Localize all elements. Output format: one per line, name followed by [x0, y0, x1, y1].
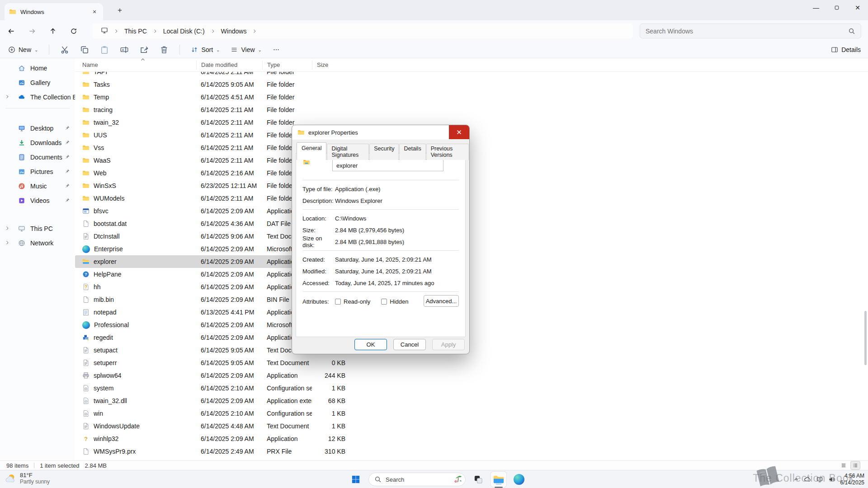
volume-tray-icon[interactable] — [828, 476, 835, 483]
back-button[interactable] — [5, 25, 17, 37]
list-view-toggle[interactable] — [839, 461, 848, 469]
search-box[interactable] — [640, 23, 861, 38]
file-name: WaaS — [94, 157, 111, 164]
file-date-modified: 6/14/2025 9:05 AM — [196, 359, 262, 366]
listview-icon — [841, 463, 846, 468]
sidebar-item-the-collection-boo[interactable]: The Collection Boo — [0, 90, 75, 104]
sidebar-item-desktop[interactable]: Desktop — [0, 121, 75, 136]
file-name: DtcInstall — [94, 233, 120, 240]
edge-icon — [82, 321, 90, 329]
start-button[interactable] — [348, 472, 363, 487]
file-date-modified: 6/14/2025 2:09 AM — [196, 435, 262, 442]
file-row-win[interactable]: win6/14/2025 2:10 AMConfiguration sett..… — [75, 407, 352, 420]
column-header-date-modified[interactable]: Date modified — [196, 61, 262, 70]
new-button[interactable]: New ⌄ — [8, 46, 38, 53]
edge-taskbar-button[interactable] — [511, 472, 527, 487]
cancel-button[interactable]: Cancel — [393, 339, 426, 350]
file-row-winhlp32[interactable]: ?winhlp326/14/2025 2:09 AMApplication12 … — [75, 432, 352, 445]
file-row-temp[interactable]: Temp6/14/2025 4:51 AMFile folder — [75, 91, 352, 103]
file-row-tasks[interactable]: Tasks6/14/2025 9:05 AMFile folder — [75, 78, 352, 91]
column-header-size[interactable]: Size — [312, 61, 348, 70]
file-row-twain-32-dll[interactable]: twain_32.dll6/14/2025 2:09 AMApplication… — [75, 394, 352, 407]
taskbar-search[interactable]: Search — [368, 473, 466, 486]
dialog-tab-general[interactable]: General — [297, 142, 326, 160]
cut-button[interactable] — [60, 45, 69, 54]
paste-button[interactable] — [100, 45, 109, 54]
file-name-input[interactable] — [332, 160, 443, 171]
checkbox-read-only[interactable]: Read-only — [335, 298, 370, 305]
checkbox-box[interactable] — [335, 299, 341, 305]
ok-button[interactable]: OK — [354, 339, 387, 350]
sidebar-item-network[interactable]: Network — [0, 236, 75, 250]
file-row-setuperr[interactable]: setuperr6/14/2025 9:05 AMText Document0 … — [75, 357, 352, 369]
refresh-button[interactable] — [68, 25, 80, 37]
delete-button[interactable] — [160, 45, 169, 54]
sidebar-item-downloads[interactable]: Downloads — [0, 136, 75, 150]
sidebar-item-pictures[interactable]: Pictures — [0, 164, 75, 179]
checkbox-hidden[interactable]: Hidden — [381, 298, 408, 305]
hidden-icons-button[interactable] — [793, 477, 799, 482]
taskbar-clock[interactable]: 4:56 AM 6/14/2025 — [840, 473, 864, 486]
new-tab-button[interactable]: + — [114, 5, 126, 16]
copy-button[interactable] — [80, 45, 89, 54]
details-view-toggle[interactable] — [851, 461, 860, 469]
sidebar-item-music[interactable]: Music — [0, 179, 75, 193]
sidebar-item-documents[interactable]: Documents — [0, 150, 75, 164]
forward-button[interactable] — [26, 25, 38, 37]
chevron-right-icon[interactable] — [5, 225, 10, 231]
file-date-modified: 6/14/2025 2:09 AM — [196, 334, 262, 341]
taskview-app-button[interactable] — [471, 472, 486, 487]
tab-close-icon[interactable]: × — [90, 8, 99, 15]
sort-button[interactable]: Sort ⌄ — [191, 46, 220, 53]
onedrive-tray-icon[interactable] — [804, 476, 811, 483]
explorer-tab-windows[interactable]: Windows × — [5, 3, 103, 20]
widgets-weather-button[interactable]: 81°F Partly sunny — [5, 472, 50, 485]
breadcrumb-item-local-disk-c[interactable]: Local Disk (C:) — [160, 26, 208, 36]
up-button[interactable] — [47, 25, 59, 37]
view-button[interactable]: View ⌄ — [231, 46, 261, 53]
close-button[interactable]: ✕ — [847, 0, 868, 15]
chevron-right-icon[interactable] — [5, 240, 10, 245]
breadcrumb-item-windows[interactable]: Windows — [217, 26, 250, 36]
file-row-wmsyspr9-prx[interactable]: WMSysPr9.prx6/14/2025 2:49 AMPRX File310… — [75, 445, 352, 458]
text-icon — [82, 233, 90, 240]
search-input[interactable] — [646, 28, 848, 35]
file-name: HelpPane — [94, 271, 122, 278]
breadcrumb-item-this-pc[interactable]: This PC — [121, 26, 151, 36]
sidebar-item-this-pc[interactable]: This PC — [0, 221, 75, 236]
file-explorer-taskbar-button[interactable] — [491, 472, 506, 487]
field-label: Modified: — [302, 268, 335, 275]
column-header-name[interactable]: Name — [82, 61, 196, 68]
checkbox-box[interactable] — [381, 299, 387, 305]
minimize-button[interactable]: — — [806, 0, 826, 15]
advanced-button[interactable]: Advanced... — [424, 295, 459, 307]
sidebar-item-gallery[interactable]: Gallery — [0, 75, 75, 90]
file-row-system[interactable]: system6/14/2025 2:10 AMConfiguration set… — [75, 382, 352, 394]
sidebar-item-home[interactable]: Home — [0, 61, 75, 75]
dialog-title-bar[interactable]: explorer Properties — [292, 125, 469, 140]
dialog-tab-digital-signatures[interactable]: Digital Signatures — [327, 144, 369, 160]
file-row-windowsupdate[interactable]: WindowsUpdate6/14/2025 4:48 AMText Docum… — [75, 420, 352, 432]
sidebar-item-videos[interactable]: Videos — [0, 193, 75, 208]
chevron-right-icon[interactable] — [5, 94, 10, 99]
file-name: Vss — [94, 144, 104, 151]
file-row-splwow64[interactable]: splwow646/14/2025 2:09 AMApplication244 … — [75, 369, 352, 382]
sidebar-item-label: Music — [30, 183, 47, 190]
dialog-tab-details[interactable]: Details — [399, 144, 425, 160]
scrollbar-thumb[interactable] — [864, 311, 867, 365]
column-header-type[interactable]: Type — [262, 61, 312, 70]
hardware-tray-icon[interactable]: 8 — [816, 476, 823, 483]
rename-button[interactable]: A — [120, 45, 129, 54]
dialog-tab-security[interactable]: Security — [369, 144, 399, 160]
file-row-tracing[interactable]: tracing6/14/2025 2:11 AMFile folder — [75, 103, 352, 116]
file-date-modified: 6/14/2025 9:05 AM — [196, 81, 262, 88]
share-button[interactable] — [140, 45, 149, 54]
breadcrumb-this-pc-icon[interactable] — [97, 25, 112, 37]
music-icon — [18, 183, 25, 190]
details-pane-button[interactable]: Details — [831, 46, 861, 53]
dialog-tab-previous-versions[interactable]: Previous Versions — [426, 144, 469, 160]
maximize-button[interactable] — [826, 0, 847, 15]
see-more-button[interactable] — [273, 46, 280, 53]
field-value: Today, June 14, 2025, 17 minutes ago — [335, 280, 434, 286]
dialog-close-button[interactable]: ✕ — [449, 125, 469, 139]
